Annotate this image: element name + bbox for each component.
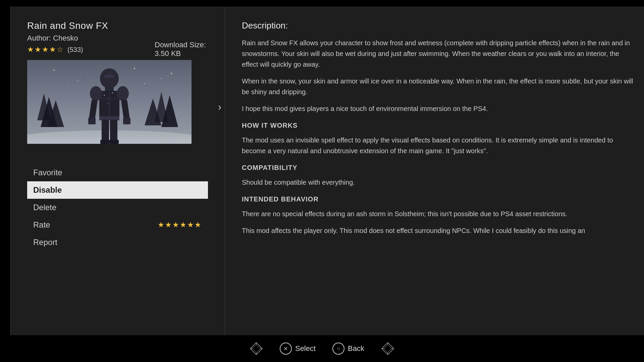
rating-count: (533) xyxy=(67,46,83,54)
svg-rect-25 xyxy=(109,140,119,144)
desc-para-1: Rain and Snow FX allows your character t… xyxy=(242,38,637,70)
circle-icon: ○ xyxy=(332,343,344,355)
left-panel: Rain and Snow FX Author: Chesko ★★★★☆ (5… xyxy=(10,7,225,355)
bottom-bar: ✕ Select ○ Back xyxy=(0,335,644,362)
report-item[interactable]: Report xyxy=(27,234,208,251)
desc-para-7: This mod affects the player only. This m… xyxy=(242,225,637,236)
next-arrow[interactable]: › xyxy=(218,101,221,113)
svg-point-8 xyxy=(100,68,119,88)
main-container: Rain and Snow FX Author: Chesko ★★★★☆ (5… xyxy=(10,7,644,355)
mod-image xyxy=(27,60,192,144)
rate-stars: ★★★★★★ xyxy=(158,221,202,229)
svg-point-28 xyxy=(107,103,108,104)
svg-point-32 xyxy=(161,78,162,79)
svg-rect-24 xyxy=(100,140,110,144)
svg-point-15 xyxy=(90,86,102,101)
description-text: Rain and Snow FX allows your character t… xyxy=(242,38,637,236)
rate-label: Rate xyxy=(33,220,50,230)
desc-para-2: When in the snow, your skin and armor wi… xyxy=(242,76,637,97)
stars: ★★★★☆ xyxy=(27,45,64,54)
left-ornament xyxy=(250,342,263,355)
svg-rect-22 xyxy=(102,120,109,141)
desc-para-4: The mod uses an invisible spell effect t… xyxy=(242,135,637,156)
svg-point-31 xyxy=(134,68,135,69)
svg-rect-20 xyxy=(123,118,130,124)
select-button[interactable]: ✕ Select xyxy=(280,343,316,355)
svg-rect-19 xyxy=(88,118,96,124)
select-label: Select xyxy=(295,344,316,353)
disable-item[interactable]: Disable xyxy=(27,181,208,199)
svg-point-27 xyxy=(112,92,113,94)
svg-point-36 xyxy=(171,73,172,74)
mod-title: Rain and Snow FX xyxy=(27,20,208,31)
delete-label: Delete xyxy=(33,203,56,212)
favorite-item[interactable]: Favorite xyxy=(27,164,208,181)
how-it-works-header: HOW IT WORKS xyxy=(242,120,637,131)
desc-para-3: I hope this mod gives players a nice tou… xyxy=(242,103,637,114)
download-size: Download Size: 3.50 KB xyxy=(155,41,208,58)
menu-items: Favorite Disable Delete Rate ★★★★★★ Repo… xyxy=(27,164,208,251)
rate-item[interactable]: Rate ★★★★★★ xyxy=(27,216,208,234)
desc-para-5: Should be compatible with everything. xyxy=(242,177,637,188)
svg-point-29 xyxy=(53,69,55,71)
description-title: Description: xyxy=(242,20,637,31)
svg-marker-44 xyxy=(384,345,392,353)
compatibility-header: COMPATIBILITY xyxy=(242,162,637,173)
disable-label: Disable xyxy=(33,185,62,195)
cross-icon: ✕ xyxy=(280,343,292,355)
back-button[interactable]: ○ Back xyxy=(332,343,364,355)
svg-point-16 xyxy=(117,86,129,101)
favorite-label: Favorite xyxy=(33,168,62,177)
svg-point-33 xyxy=(87,73,88,74)
svg-point-35 xyxy=(67,86,68,87)
report-label: Report xyxy=(33,238,57,247)
svg-point-34 xyxy=(144,83,145,84)
desc-para-6: There are no special effects during an a… xyxy=(242,208,637,219)
right-ornament xyxy=(381,342,394,355)
delete-item[interactable]: Delete xyxy=(27,199,208,216)
svg-rect-23 xyxy=(110,120,117,141)
intended-behavior-header: INTENDED BEHAVIOR xyxy=(242,194,637,204)
svg-point-30 xyxy=(77,80,78,81)
right-panel: Description: Rain and Snow FX allows you… xyxy=(225,7,644,355)
svg-point-26 xyxy=(104,95,105,96)
svg-marker-38 xyxy=(252,345,260,353)
back-label: Back xyxy=(348,344,364,353)
